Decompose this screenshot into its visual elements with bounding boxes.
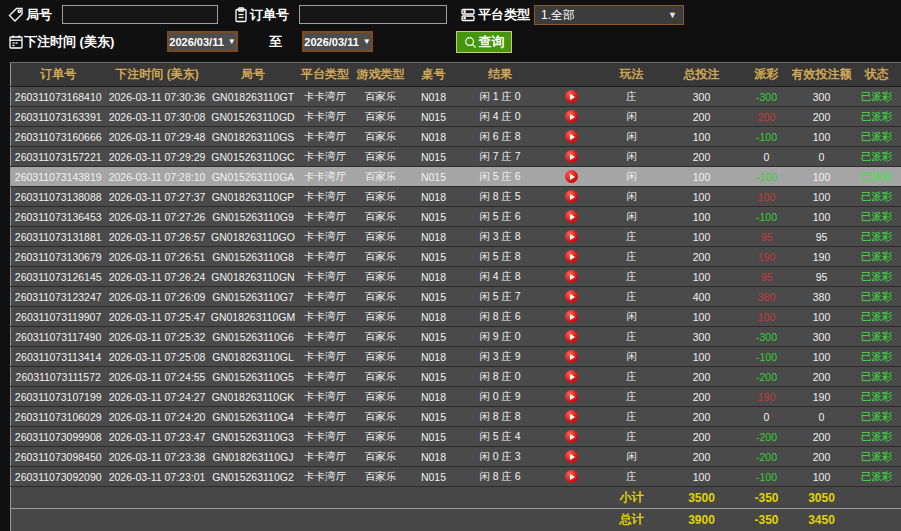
- cell-total-bet: 200: [662, 447, 742, 467]
- replay-icon[interactable]: [565, 350, 578, 363]
- replay-icon[interactable]: [565, 170, 578, 183]
- table-row[interactable]: 2603110731115722026-03-11 07:24:55GN0152…: [11, 367, 901, 387]
- cell-replay: [542, 267, 602, 287]
- cell-table-number: N015: [409, 107, 459, 127]
- cell-table-number: N015: [409, 147, 459, 167]
- date-from-select[interactable]: 2026/03/11 ▼: [167, 31, 238, 52]
- cell-replay: [542, 427, 602, 447]
- cell-platform-type: 卡卡湾厅: [298, 87, 353, 107]
- replay-icon[interactable]: [565, 330, 578, 343]
- cell-platform-type: 卡卡湾厅: [298, 427, 353, 447]
- table-row[interactable]: 2603110730920902026-03-11 07:23:01GN0152…: [11, 467, 901, 487]
- cell-order-number: 260311073126145: [11, 267, 106, 287]
- replay-icon[interactable]: [565, 410, 578, 423]
- table-row[interactable]: 2603110731606662026-03-11 07:29:48GN0182…: [11, 127, 901, 147]
- table-row[interactable]: 2603110731684102026-03-11 07:30:36GN0182…: [11, 87, 901, 107]
- cell-bet-type: 庄: [602, 427, 662, 447]
- cell-replay: [542, 447, 602, 467]
- replay-icon[interactable]: [565, 90, 578, 103]
- table-row[interactable]: 2603110731380882026-03-11 07:27:37GN0182…: [11, 187, 901, 207]
- cell-bet-time: 2026-03-11 07:27:37: [106, 187, 209, 207]
- cell-bet-time: 2026-03-11 07:23:47: [106, 427, 209, 447]
- cell-bet-type: 庄: [602, 247, 662, 267]
- column-header: 状态: [852, 63, 901, 87]
- table-row[interactable]: 2603110730999082026-03-11 07:23:47GN0152…: [11, 427, 901, 447]
- date-to-select[interactable]: 2026/03/11 ▼: [302, 31, 373, 52]
- round-number-input[interactable]: [62, 5, 218, 24]
- cell-payout: 100: [742, 187, 792, 207]
- table-row[interactable]: 2603110731174902026-03-11 07:25:32GN0152…: [11, 327, 901, 347]
- cell-order-number: 260311073117490: [11, 327, 106, 347]
- order-number-input[interactable]: [299, 5, 447, 24]
- cell-total-bet: 400: [662, 287, 742, 307]
- cell-bet-time: 2026-03-11 07:23:38: [106, 447, 209, 467]
- cell-payout: -100: [742, 207, 792, 227]
- clipboard-icon: [233, 7, 249, 23]
- subtotal-valid-bet: 3050: [792, 487, 852, 509]
- cell-total-bet: 100: [662, 227, 742, 247]
- cell-bet-time: 2026-03-11 07:27:26: [106, 207, 209, 227]
- replay-icon[interactable]: [565, 290, 578, 303]
- replay-icon[interactable]: [565, 450, 578, 463]
- cell-table-number: N015: [409, 207, 459, 227]
- cell-payout: 200: [742, 107, 792, 127]
- table-row[interactable]: 2603110731306792026-03-11 07:26:51GN0152…: [11, 247, 901, 267]
- cell-status: 已派彩: [852, 307, 901, 327]
- table-row[interactable]: 2603110730984502026-03-11 07:23:38GN0182…: [11, 447, 901, 467]
- replay-icon[interactable]: [565, 210, 578, 223]
- table-row[interactable]: 2603110731364532026-03-11 07:27:26GN0152…: [11, 207, 901, 227]
- table-row[interactable]: 2603110731071992026-03-11 07:24:27GN0182…: [11, 387, 901, 407]
- cell-round-number: GN015263110G5: [209, 367, 298, 387]
- replay-icon[interactable]: [565, 230, 578, 243]
- table-row[interactable]: 2603110731572212026-03-11 07:29:29GN0152…: [11, 147, 901, 167]
- table-row[interactable]: 2603110731232472026-03-11 07:26:09GN0152…: [11, 287, 901, 307]
- cell-payout: 95: [742, 267, 792, 287]
- replay-icon[interactable]: [565, 430, 578, 443]
- cell-bet-type: 庄: [602, 267, 662, 287]
- cell-table-number: N015: [409, 167, 459, 187]
- table-row[interactable]: 2603110731633912026-03-11 07:30:08GN0152…: [11, 107, 901, 127]
- replay-icon[interactable]: [565, 130, 578, 143]
- cell-valid-bet: 0: [792, 407, 852, 427]
- table-row[interactable]: 2603110731060292026-03-11 07:24:20GN0152…: [11, 407, 901, 427]
- cell-valid-bet: 95: [792, 267, 852, 287]
- cell-game-type: 百家乐: [353, 367, 409, 387]
- table-row[interactable]: 2603110731134142026-03-11 07:25:08GN0182…: [11, 347, 901, 367]
- search-button[interactable]: 查询: [456, 31, 512, 53]
- cell-replay: [542, 347, 602, 367]
- cell-valid-bet: 100: [792, 167, 852, 187]
- cell-payout: 190: [742, 247, 792, 267]
- cell-bet-time: 2026-03-11 07:24:20: [106, 407, 209, 427]
- cell-result: 闲 1 庄 0: [459, 87, 542, 107]
- platform-list-icon: [460, 7, 476, 23]
- cell-result: 闲 8 庄 6: [459, 467, 542, 487]
- table-row[interactable]: 2603110731261452026-03-11 07:26:24GN0182…: [11, 267, 901, 287]
- cell-game-type: 百家乐: [353, 187, 409, 207]
- table-row[interactable]: 2603110731318812026-03-11 07:26:57GN0182…: [11, 227, 901, 247]
- cell-total-bet: 100: [662, 187, 742, 207]
- platform-type-select[interactable]: 1.全部 ▼: [534, 5, 684, 25]
- cell-platform-type: 卡卡湾厅: [298, 127, 353, 147]
- cell-result: 闲 0 庄 9: [459, 387, 542, 407]
- replay-icon[interactable]: [565, 270, 578, 283]
- replay-icon[interactable]: [565, 310, 578, 323]
- replay-icon[interactable]: [565, 370, 578, 383]
- table-row[interactable]: 2603110731199072026-03-11 07:25:47GN0182…: [11, 307, 901, 327]
- replay-icon[interactable]: [565, 110, 578, 123]
- replay-icon[interactable]: [565, 390, 578, 403]
- search-button-label: 查询: [479, 33, 505, 51]
- replay-icon[interactable]: [565, 190, 578, 203]
- cell-order-number: 260311073136453: [11, 207, 106, 227]
- cell-order-number: 260311073123247: [11, 287, 106, 307]
- table-row[interactable]: 2603110731438192026-03-11 07:28:10GN0152…: [11, 167, 901, 187]
- cell-total-bet: 100: [662, 467, 742, 487]
- cell-valid-bet: 200: [792, 427, 852, 447]
- cell-table-number: N015: [409, 287, 459, 307]
- subtotal-row: 小计 3500 -350 3050: [11, 487, 901, 509]
- cell-total-bet: 200: [662, 147, 742, 167]
- replay-icon[interactable]: [565, 250, 578, 263]
- replay-icon[interactable]: [565, 470, 578, 483]
- cell-round-number: GN015263110G4: [209, 407, 298, 427]
- cell-round-number: GN015263110G2: [209, 467, 298, 487]
- replay-icon[interactable]: [565, 150, 578, 163]
